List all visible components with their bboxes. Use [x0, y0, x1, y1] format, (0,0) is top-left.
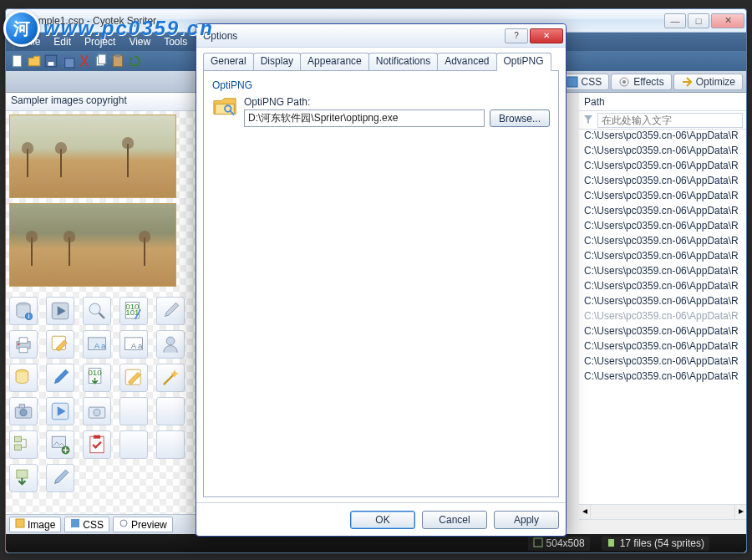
path-item[interactable]: C:\Users\pc0359.cn-06\AppData\R [579, 190, 746, 205]
svg-rect-3 [13, 55, 21, 67]
dialog-title-bar[interactable]: Options ? ✕ [196, 24, 566, 48]
download-icon[interactable] [9, 464, 38, 492]
maximize-button[interactable]: □ [688, 13, 709, 28]
browse-button[interactable]: Browse... [490, 109, 550, 127]
eyedropper2-icon[interactable] [46, 464, 74, 492]
db-gear-icon[interactable] [9, 364, 38, 392]
filter-icon[interactable] [582, 113, 594, 127]
menu-edit[interactable]: Edit [47, 34, 78, 49]
dialog-body: General Display Appearance Notifications… [196, 48, 566, 502]
path-header[interactable]: Path [579, 93, 746, 111]
optipng-path-input[interactable] [244, 109, 485, 127]
path-item[interactable]: C:\Users\pc0359.cn-06\AppData\R [579, 175, 746, 190]
path-list[interactable]: C:\Users\pc0359.cn-06\AppData\RC:\Users\… [579, 130, 746, 504]
saveall-icon[interactable] [60, 53, 75, 69]
text-icon[interactable]: Aa [83, 330, 111, 359]
status-files-text: 17 files (54 sprites) [620, 537, 704, 549]
tab-general[interactable]: General [203, 53, 254, 70]
css-small-icon [70, 518, 80, 531]
camera2-icon[interactable] [83, 397, 111, 425]
tab-image[interactable]: Image [9, 517, 61, 532]
dialog-help-button[interactable]: ? [505, 28, 528, 43]
path-item[interactable]: C:\Users\pc0359.cn-06\AppData\R [579, 160, 746, 175]
tab-advanced[interactable]: Advanced [437, 53, 496, 70]
save-icon[interactable] [43, 53, 58, 69]
play2-icon[interactable] [46, 397, 74, 425]
eyedropper-icon[interactable] [156, 297, 185, 325]
path-panel: Path C:\Users\pc0359.cn-06\AppData\RC:\U… [579, 93, 746, 534]
tab-notifications[interactable]: Notifications [368, 53, 438, 70]
folder-icon [212, 96, 237, 118]
binary-icon[interactable]: 010101 [119, 297, 148, 325]
path-item[interactable]: C:\Users\pc0359.cn-06\AppData\R [579, 250, 746, 265]
clipboard-check-icon[interactable] [83, 430, 111, 459]
path-item[interactable]: C:\Users\pc0359.cn-06\AppData\R [579, 295, 746, 310]
edit2-icon[interactable] [119, 364, 148, 392]
refresh-icon[interactable] [127, 53, 142, 69]
path-item[interactable]: C:\Users\pc0359.cn-06\AppData\R [579, 220, 746, 235]
tab-optipng[interactable]: OptiPNG [496, 53, 551, 71]
sprite-preview[interactable] [9, 203, 176, 287]
print-icon[interactable] [9, 330, 38, 359]
tab-display[interactable]: Display [253, 53, 301, 70]
wand-icon[interactable] [156, 364, 185, 392]
close-button[interactable]: ✕ [711, 13, 744, 28]
svg-text:a: a [101, 341, 106, 350]
user-icon[interactable] [156, 330, 185, 359]
minimize-button[interactable]: — [664, 13, 686, 28]
effects-label: Effects [633, 76, 663, 88]
database-icon[interactable]: i [9, 297, 38, 325]
sprite-preview[interactable] [9, 115, 176, 198]
path-item[interactable]: C:\Users\pc0359.cn-06\AppData\R [579, 265, 746, 280]
text2-icon[interactable]: Aa [119, 330, 148, 359]
svg-rect-7 [65, 59, 74, 68]
edit-icon[interactable] [46, 330, 74, 359]
open-icon[interactable] [27, 53, 42, 69]
apply-button[interactable]: Apply [494, 511, 559, 529]
h-scrollbar[interactable]: ◂ ▸ [579, 504, 746, 519]
svg-text:010: 010 [88, 368, 102, 377]
ok-button[interactable]: OK [350, 511, 415, 529]
path-item[interactable]: C:\Users\pc0359.cn-06\AppData\R [579, 325, 746, 340]
paste-icon[interactable] [110, 53, 125, 69]
path-item[interactable]: C:\Users\pc0359.cn-06\AppData\R [579, 205, 746, 220]
menu-file[interactable]: File [18, 34, 47, 49]
path-filter-input[interactable] [597, 113, 743, 128]
cancel-button[interactable]: Cancel [422, 511, 487, 529]
path-item[interactable]: C:\Users\pc0359.cn-06\AppData\R [579, 370, 746, 385]
copy-icon[interactable] [94, 53, 109, 69]
play-icon[interactable] [46, 297, 74, 325]
image-add-icon[interactable] [46, 430, 74, 459]
thumbnail-area[interactable]: i 010101 Aa Aa 010 [6, 111, 197, 514]
menu-tools[interactable]: Tools [157, 34, 194, 49]
colorpick-icon[interactable] [46, 364, 74, 392]
binary-down-icon[interactable]: 010 [83, 364, 111, 392]
dialog-close-button[interactable]: ✕ [530, 28, 563, 43]
layout-icon[interactable] [9, 430, 38, 459]
effects-button[interactable]: Effects [611, 74, 671, 90]
tab-preview[interactable]: Preview [113, 517, 173, 532]
path-item[interactable]: C:\Users\pc0359.cn-06\AppData\R [579, 130, 746, 145]
blank-icon[interactable] [156, 430, 185, 459]
blank-icon[interactable] [119, 397, 148, 425]
menu-project[interactable]: Project [78, 34, 122, 49]
camera-icon[interactable] [9, 397, 38, 425]
blank-icon[interactable] [119, 430, 148, 459]
path-item[interactable]: C:\Users\pc0359.cn-06\AppData\R [579, 145, 746, 160]
menu-view[interactable]: View [122, 34, 157, 49]
tab-appearance[interactable]: Appearance [300, 53, 369, 70]
path-item[interactable]: C:\Users\pc0359.cn-06\AppData\R [579, 235, 746, 250]
cut-icon[interactable] [77, 53, 92, 69]
path-item[interactable]: C:\Users\pc0359.cn-06\AppData\R [579, 280, 746, 295]
tab-css-label: CSS [83, 519, 104, 531]
path-item[interactable]: C:\Users\pc0359.cn-06\AppData\R [579, 340, 746, 355]
optimize-button[interactable]: Optimize [673, 74, 743, 90]
h-scrollbar-2[interactable] [579, 519, 746, 534]
tab-css[interactable]: CSS [64, 517, 109, 532]
new-icon[interactable] [10, 53, 25, 69]
status-files: 17 files (54 sprites) [602, 537, 709, 551]
blank-icon[interactable] [156, 397, 185, 425]
zoom-icon[interactable] [83, 297, 111, 325]
path-item[interactable]: C:\Users\pc0359.cn-06\AppData\R [579, 310, 746, 325]
path-item[interactable]: C:\Users\pc0359.cn-06\AppData\R [579, 355, 746, 370]
